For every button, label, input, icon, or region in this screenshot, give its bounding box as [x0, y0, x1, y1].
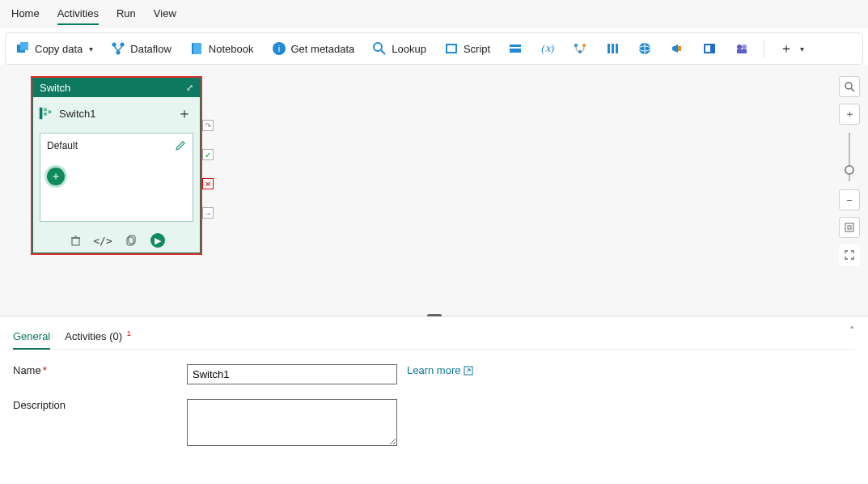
- node-name-label: Switch1: [59, 108, 96, 120]
- dataflow-label: Dataflow: [130, 43, 171, 55]
- svg-rect-42: [848, 226, 851, 229]
- svg-rect-29: [737, 49, 747, 53]
- panel-tab-activities-label: Activities: [65, 330, 106, 342]
- activities-toolbar: Copy data ▾ Dataflow Notebook i Get meta…: [5, 32, 863, 65]
- output-handle-success[interactable]: ✓: [202, 149, 214, 160]
- info-icon: i: [272, 41, 286, 56]
- external-link-icon: [464, 366, 473, 376]
- svg-rect-19: [612, 44, 614, 53]
- tab-view[interactable]: View: [154, 2, 176, 24]
- tab-home[interactable]: Home: [11, 2, 40, 24]
- toolbar-add-button[interactable]: ＋ ▾: [774, 38, 809, 59]
- default-case-box[interactable]: Default ＋: [40, 133, 193, 222]
- description-input[interactable]: [187, 399, 397, 446]
- fit-to-screen-button[interactable]: [839, 217, 860, 238]
- notebook-button[interactable]: Notebook: [184, 38, 259, 59]
- lookup-button[interactable]: Lookup: [367, 38, 431, 59]
- chevron-down-icon: ▾: [89, 45, 93, 53]
- svg-line-10: [381, 50, 385, 54]
- search-icon: [372, 41, 387, 56]
- get-metadata-label: Get metadata: [291, 43, 355, 55]
- zoom-out-button[interactable]: −: [839, 189, 860, 210]
- dataflow-button[interactable]: Dataflow: [106, 38, 176, 59]
- delete-icon[interactable]: [68, 233, 83, 248]
- svg-rect-14: [510, 47, 521, 49]
- svg-point-2: [112, 43, 116, 47]
- panel-tab-general[interactable]: General: [13, 324, 50, 349]
- toolbar-icon-4[interactable]: [600, 38, 625, 59]
- add-case-button[interactable]: ＋: [177, 104, 192, 123]
- pipeline-canvas[interactable]: Switch ⤢ Switch1 ＋ Default: [0, 65, 868, 316]
- zoom-slider[interactable]: [849, 133, 850, 181]
- run-icon[interactable]: ▶: [150, 233, 165, 248]
- svg-point-9: [374, 43, 382, 51]
- output-handle-skip[interactable]: ↷: [202, 120, 214, 131]
- script-button[interactable]: Script: [439, 38, 495, 59]
- node-type-label: Switch: [40, 82, 70, 94]
- script-label: Script: [464, 43, 490, 55]
- svg-point-3: [121, 43, 125, 47]
- panel-tab-activities-count: (0): [109, 330, 122, 342]
- tab-run[interactable]: Run: [116, 2, 136, 24]
- panel-tab-activities[interactable]: Activities (0) 1: [65, 323, 130, 349]
- svg-rect-1: [20, 42, 28, 50]
- name-input[interactable]: [187, 364, 397, 384]
- svg-point-16: [582, 44, 586, 47]
- toolbar-icon-7[interactable]: [697, 38, 722, 59]
- toolbar-icon-1[interactable]: [503, 38, 527, 59]
- top-tabs: Home Activities Run View: [0, 0, 868, 28]
- add-activity-button[interactable]: ＋: [47, 168, 65, 185]
- copy-data-icon: [15, 41, 30, 56]
- svg-text:i: i: [277, 44, 279, 53]
- expand-icon[interactable]: ⤢: [186, 83, 193, 93]
- megaphone-icon: [670, 41, 684, 56]
- description-label: Description: [13, 399, 187, 411]
- learn-more-link[interactable]: Learn more: [407, 364, 473, 376]
- code-icon[interactable]: </>: [95, 233, 110, 248]
- svg-point-15: [574, 44, 578, 47]
- toolbar-variable[interactable]: (𝑥): [536, 38, 560, 59]
- svg-rect-18: [608, 44, 610, 53]
- svg-rect-34: [72, 238, 79, 245]
- pencil-icon[interactable]: [175, 140, 186, 151]
- node-footer: </> ▶: [33, 228, 200, 253]
- dataflow-icon: [111, 41, 125, 56]
- node-output-handles: ↷ ✓ ✕ →: [202, 76, 214, 219]
- svg-point-27: [737, 45, 742, 49]
- toolbar-icon-5[interactable]: [633, 38, 657, 59]
- copy-data-button[interactable]: Copy data ▾: [11, 38, 98, 59]
- switch-icon: [38, 106, 53, 121]
- toolbar-icon-6[interactable]: [665, 38, 689, 59]
- svg-rect-20: [616, 44, 618, 53]
- fullscreen-button[interactable]: [839, 244, 860, 265]
- output-handle-completion[interactable]: →: [202, 207, 214, 219]
- svg-rect-6: [193, 43, 201, 54]
- svg-point-39: [845, 83, 852, 89]
- columns-icon: [605, 41, 620, 56]
- description-row: Description: [13, 399, 855, 446]
- panel-tabs: General Activities (0) 1: [13, 323, 855, 350]
- name-label: Name*: [13, 364, 187, 376]
- name-row: Name* Learn more: [13, 364, 855, 384]
- toolbar-icon-3[interactable]: [568, 38, 592, 59]
- zoom-slider-thumb[interactable]: [845, 165, 854, 175]
- tab-activities[interactable]: Activities: [57, 2, 99, 24]
- switch-activity-node[interactable]: Switch ⤢ Switch1 ＋ Default: [31, 76, 202, 255]
- copy-data-label: Copy data: [35, 43, 83, 55]
- copy-icon[interactable]: [123, 233, 138, 248]
- svg-rect-12: [447, 45, 455, 52]
- variable-icon: (𝑥): [540, 41, 555, 56]
- teams-icon: [735, 41, 749, 56]
- svg-rect-32: [44, 113, 47, 116]
- zoom-in-button[interactable]: ＋: [839, 104, 860, 125]
- globe-icon: [637, 41, 652, 56]
- get-metadata-button[interactable]: i Get metadata: [267, 38, 360, 59]
- output-handle-failure[interactable]: ✕: [202, 178, 214, 189]
- lookup-label: Lookup: [392, 43, 426, 55]
- script-icon: [444, 41, 459, 56]
- collapse-panel-button[interactable]: ˄: [849, 325, 855, 337]
- svg-rect-41: [845, 223, 853, 231]
- toolbar-icon-8[interactable]: [730, 38, 754, 59]
- canvas-search-button[interactable]: [839, 76, 860, 97]
- required-indicator: *: [43, 364, 47, 376]
